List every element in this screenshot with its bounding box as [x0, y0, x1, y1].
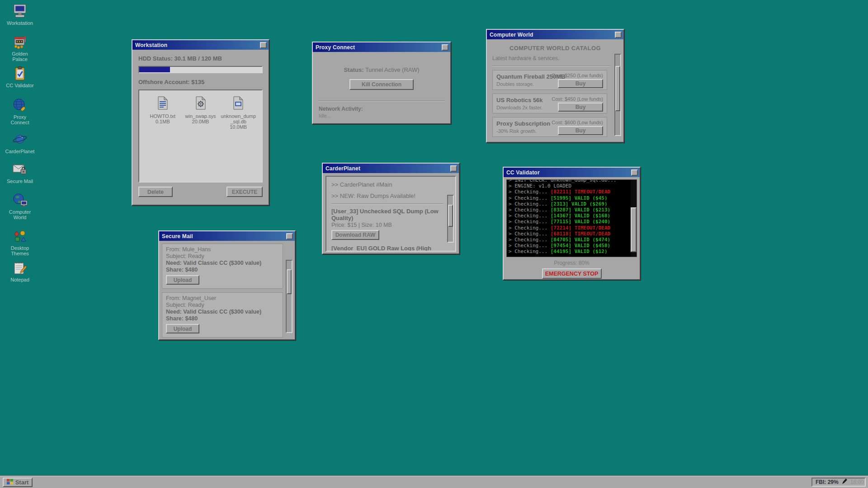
buy-button[interactable]: Buy: [558, 79, 603, 88]
desktop-icon-golden-palace[interactable]: Golden Palace: [3, 34, 37, 62]
desktop-icon-cc-validator[interactable]: CC Validator: [3, 66, 37, 88]
execute-button[interactable]: EXECUTE: [226, 187, 263, 197]
file-item[interactable]: unknown_dump_sql.db10.0MB: [219, 96, 257, 182]
desktop-icon-workstation[interactable]: Workstation: [3, 4, 37, 26]
catalog-item: Quantum Fireball 250MB Doubles storage. …: [492, 70, 607, 90]
hdd-status-label: HDD Status: 30.1 MB / 120 MB: [138, 55, 263, 62]
forum-scrollbar[interactable]: [447, 195, 454, 243]
terminal-line: > INIT CHECK: unknown_dump_sql.db...: [509, 179, 635, 183]
delete-button[interactable]: Delete: [138, 187, 173, 197]
desktop-icon-secure-mail[interactable]: Secure Mail: [3, 162, 37, 184]
item-cost: Cost: $450 (Low funds): [552, 96, 603, 102]
file-name: unknown_dump_sql.db: [221, 113, 256, 124]
listing-title: [Vendor_EU] GOLD Raw Logs (High Potentia…: [331, 245, 443, 252]
window-button[interactable]: [615, 32, 622, 38]
network-activity-label: Network Activity:: [319, 106, 444, 112]
titlebar-proxy-connect[interactable]: Proxy Connect: [313, 42, 450, 52]
system-file-icon: [194, 96, 207, 112]
catalog-header: COMPUTER WORLD CATALOG: [492, 45, 618, 52]
clock: 18:00: [850, 479, 864, 485]
desktop-icon-computer-world[interactable]: Computer World: [3, 192, 37, 220]
desktop-icon-label: Secure Mail: [3, 178, 37, 184]
download-raw-button[interactable]: Download RAW: [331, 230, 379, 240]
titlebar-workstation[interactable]: Workstation: [132, 40, 269, 50]
terminal-line: > Checking... [82211] TIMEOUT/DEAD: [509, 189, 635, 195]
titlebar-computer-world[interactable]: Computer World: [487, 30, 623, 39]
item-cost: Cost: $600 (Low funds): [552, 120, 603, 125]
window-title: Computer World: [490, 32, 615, 38]
titlebar-carderplanet[interactable]: CarderPlanet: [323, 164, 459, 173]
mail-share: Share: $480: [166, 267, 279, 273]
window-button[interactable]: [631, 169, 638, 176]
window-title: Secure Mail: [162, 233, 286, 239]
kill-connection-button[interactable]: Kill Connection: [349, 79, 414, 90]
ringed-planet-icon: [3, 132, 37, 147]
window-button[interactable]: [450, 165, 457, 172]
window-title: Proxy Connect: [316, 44, 442, 51]
notepad-pencil-icon: [3, 260, 37, 276]
titlebar-secure-mail[interactable]: Secure Mail: [159, 231, 295, 241]
desktop-icon-label: Desktop Themes: [8, 245, 32, 256]
upload-button[interactable]: Upload: [166, 275, 199, 285]
titlebar-cc-validator[interactable]: CC Validator: [504, 168, 640, 177]
window-button[interactable]: [442, 44, 448, 51]
terminal-line: > Checking... [72214] TIMEOUT/DEAD: [509, 225, 635, 231]
status-label: Status:: [344, 66, 363, 73]
listing-meta: Price: $15 | Size: 10 MB: [331, 222, 443, 228]
terminal-line: > Checking... [51995] VALID ($45): [509, 195, 635, 201]
scrollbar-thumb[interactable]: [615, 66, 620, 111]
mail-item: From: Magnet_User Subject: Ready Need: V…: [162, 292, 283, 338]
catalog-subheader: Latest hardware & services.: [492, 55, 618, 61]
buy-button[interactable]: Buy: [558, 126, 603, 135]
window-secure-mail: Secure Mail From: Mule_Hans Subject: Rea…: [158, 230, 296, 340]
item-cost: Cost: $250 (Low funds): [552, 73, 603, 78]
fbi-heat-label: FBI: 29%: [816, 479, 839, 485]
proxy-status: Status: Tunnel Active (RAW): [313, 66, 450, 73]
mail-subject: Subject: Ready: [166, 253, 279, 260]
mail-scrollbar[interactable]: [286, 260, 292, 333]
file-size: 20.0MB: [192, 119, 209, 124]
file-item[interactable]: win_swap.sys20.0MB: [182, 96, 220, 182]
scrollbar-thumb[interactable]: [448, 205, 453, 227]
desktop-icon-label: CC Validator: [3, 83, 37, 88]
upload-button[interactable]: Upload: [166, 324, 199, 333]
buy-button[interactable]: Buy: [558, 103, 603, 112]
window-button[interactable]: [286, 233, 293, 239]
divider: [331, 203, 443, 204]
desktop: Workstation Golden Palace CC Validator P…: [0, 0, 868, 488]
file-item[interactable]: HOWTO.txt0.1MB: [144, 96, 182, 182]
mail-need: Need: Valid Classic CC ($300 value): [166, 260, 279, 267]
window-button[interactable]: [260, 42, 267, 48]
divider: [492, 66, 610, 66]
window-title: CarderPlanet: [326, 165, 450, 172]
window-computer-world: Computer World COMPUTER WORLD CATALOG La…: [486, 29, 624, 143]
status-value: Tunnel Active (RAW): [364, 66, 420, 73]
start-button[interactable]: Start: [3, 478, 33, 487]
scrollbar-thumb[interactable]: [631, 207, 637, 252]
taskbar: Start FBI: 29% 18:00: [0, 476, 868, 488]
terminal-line: > Checking... [77115] VALID ($240): [509, 219, 635, 225]
forum-line: >> CarderPlanet #Main: [331, 181, 443, 188]
terminal-scrollbar[interactable]: [631, 180, 637, 257]
desktop-icon-notepad[interactable]: Notepad: [3, 260, 37, 282]
file-name: HOWTO.txt: [150, 113, 176, 119]
globe-phone-icon: [3, 98, 37, 113]
scrollbar-thumb[interactable]: [287, 269, 292, 294]
emergency-stop-button[interactable]: EMERGENCY STOP: [542, 268, 602, 279]
mail-subject: Subject: Ready: [166, 302, 279, 309]
globe-monitor-icon: [3, 192, 37, 208]
catalog-scrollbar[interactable]: [614, 54, 621, 136]
mail-share: Share: $480: [166, 315, 279, 322]
desktop-icon-label: Workstation: [3, 20, 37, 26]
terminal-line: > Checking... [2313] VALID ($269): [509, 201, 635, 207]
desktop-icon-carderplanet[interactable]: CarderPlanet: [3, 132, 37, 154]
hdd-progress-fill: [139, 67, 170, 72]
desktop-icon-proxy-connect[interactable]: Proxy Connect: [3, 98, 37, 125]
desktop-icon-label: CarderPlanet: [3, 149, 37, 154]
desktop-icon-label: Computer World: [8, 209, 32, 220]
desktop-icon-desktop-themes[interactable]: Desktop Themes: [3, 229, 37, 256]
mail-item: From: Mule_Hans Subject: Ready Need: Val…: [162, 244, 283, 289]
terminal-line: > ENGINE: v1.0 LOADED: [509, 183, 635, 189]
catalog-item: US Robotics 56k Downloads 2x faster. Cos…: [492, 94, 607, 113]
hdd-progress-bar: [138, 66, 263, 73]
